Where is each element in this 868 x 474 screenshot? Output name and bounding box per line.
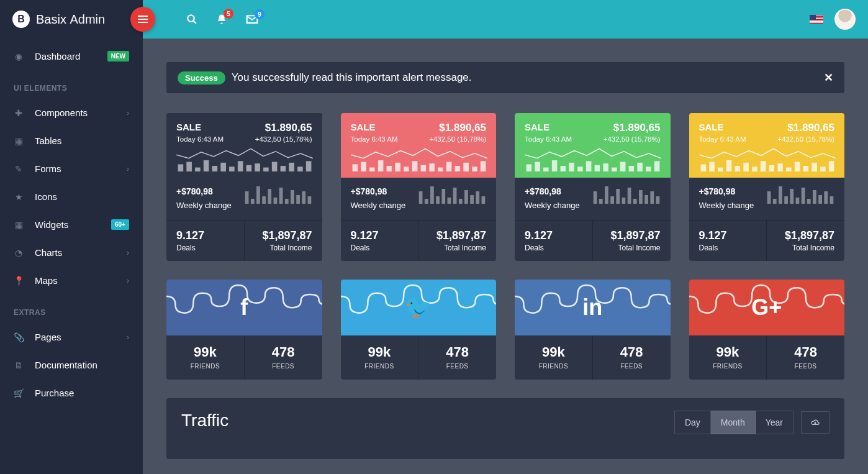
sale-time: Today 6:43 AM (699, 135, 746, 143)
sidebar-item-documentation[interactable]: 🗎 Documentation (0, 351, 143, 379)
svg-rect-102 (767, 191, 771, 204)
grid-icon: ▦ (14, 220, 24, 230)
sale-title: SALE (351, 122, 376, 132)
sidebar-item-label: Forms (35, 163, 115, 174)
badge-count: 60+ (111, 219, 129, 230)
income-label: Total Income (428, 244, 486, 252)
svg-rect-78 (616, 189, 620, 204)
svg-rect-55 (470, 195, 474, 204)
tab-year[interactable]: Year (756, 411, 793, 434)
chevron-right-icon: › (127, 248, 129, 257)
sale-card: SALE $1.890,65 Today 6:43 AM +432,50 (15… (166, 113, 322, 261)
sale-sparkline (525, 147, 661, 171)
messages-button[interactable]: 9 (246, 14, 258, 24)
sidebar-item-icons[interactable]: ★ Icons (0, 183, 143, 211)
svg-rect-6 (212, 166, 218, 171)
sidebar-item-label: Pages (35, 332, 115, 342)
svg-rect-89 (726, 160, 731, 171)
sale-card-footer: 9.127 Deals $1,897,87 Total Income (515, 221, 671, 261)
svg-rect-113 (830, 196, 834, 204)
sale-delta: +432,50 (15,78%) (777, 135, 834, 143)
sale-amount: $1.890,65 (439, 122, 486, 134)
message-count: 9 (255, 9, 264, 19)
deals-label: Deals (176, 244, 234, 252)
svg-rect-104 (779, 186, 782, 204)
svg-rect-43 (463, 163, 469, 171)
search-button[interactable] (186, 14, 197, 25)
menu-toggle-button[interactable] (130, 7, 155, 32)
svg-rect-67 (603, 163, 608, 171)
sale-title: SALE (699, 122, 724, 132)
svg-rect-92 (752, 166, 757, 171)
svg-rect-107 (796, 198, 800, 204)
deals-value: 9.127 (525, 229, 582, 242)
gauge-icon: ◉ (14, 52, 24, 62)
alert-close-button[interactable]: ✕ (824, 71, 833, 84)
svg-rect-105 (784, 196, 788, 204)
feeds-value: 478 (767, 344, 844, 360)
sidebar: B Basix Admin ◉ Dashboard NEW UI ELEMENT… (0, 0, 143, 474)
sidebar-item-purchase[interactable]: 🛒 Purchase (0, 379, 143, 407)
download-button[interactable] (801, 411, 830, 434)
linkedin-icon: in (582, 294, 602, 321)
sidebar-item-charts[interactable]: ◔ Charts › (0, 239, 143, 267)
doc-icon: 🗎 (14, 360, 24, 370)
chevron-right-icon: › (127, 109, 129, 117)
flag-us-icon[interactable] (810, 15, 823, 24)
svg-rect-101 (828, 161, 834, 171)
puzzle-icon: ✚ (14, 108, 24, 118)
feeds-value: 478 (593, 344, 671, 360)
sale-time: Today 6:43 AM (176, 135, 224, 143)
svg-rect-22 (268, 189, 271, 204)
notifications-button[interactable]: 5 (216, 14, 227, 25)
sidebar-item-tables[interactable]: ▦ Tables (0, 127, 143, 155)
sale-sparkline (699, 147, 835, 171)
svg-rect-29 (307, 196, 311, 204)
social-card-footer: 99k FRIENDS 478 FEEDS (515, 335, 671, 380)
sidebar-item-widgets[interactable]: ▦ Widgets 60+ (0, 211, 143, 239)
deals-value: 9.127 (176, 229, 234, 242)
svg-rect-75 (599, 199, 602, 204)
sidebar-section-ui: UI ELEMENTS (0, 70, 143, 99)
sidebar-item-maps[interactable]: 📍 Maps › (0, 267, 143, 294)
svg-rect-57 (482, 196, 486, 204)
svg-rect-15 (289, 163, 294, 171)
topbar: 5 9 (143, 0, 868, 39)
sale-amount: $1.890,65 (787, 122, 834, 134)
sidebar-item-components[interactable]: ✚ Components › (0, 99, 143, 127)
weekly-change-label: Weekly change (176, 200, 232, 211)
svg-rect-65 (586, 161, 592, 171)
sidebar-section-extras: EXTRAS (0, 294, 143, 323)
twitter-icon: 🐦 (404, 294, 432, 321)
svg-rect-37 (412, 161, 417, 171)
sidebar-item-pages[interactable]: 📎 Pages › (0, 323, 143, 351)
friends-value: 99k (166, 344, 244, 360)
social-card-google-plus: G+ 99k FRIENDS 478 FEEDS (689, 280, 845, 380)
user-avatar[interactable] (834, 9, 856, 30)
svg-rect-69 (620, 162, 626, 171)
svg-rect-60 (543, 168, 549, 171)
tab-day[interactable]: Day (674, 411, 711, 434)
svg-rect-68 (612, 168, 617, 171)
download-wrap (793, 411, 830, 434)
sale-card-footer: 9.127 Deals $1,897,87 Total Income (166, 221, 322, 261)
alert-text: You successfully read this important ale… (232, 71, 472, 84)
social-card-header: 🐦 (341, 280, 497, 335)
svg-rect-63 (569, 163, 574, 171)
sale-delta: +432,50 (15,78%) (429, 135, 486, 143)
sidebar-item-forms[interactable]: ✎ Forms › (0, 155, 143, 183)
sale-title: SALE (176, 122, 201, 132)
svg-rect-33 (377, 160, 383, 171)
svg-rect-5 (204, 160, 209, 171)
income-value: $1,897,87 (255, 229, 312, 242)
income-value: $1,897,87 (777, 229, 834, 242)
brand-logo[interactable]: B Basix Admin (0, 0, 143, 39)
sale-time: Today 6:43 AM (525, 135, 572, 143)
svg-rect-34 (386, 166, 392, 171)
sidebar-item-dashboard[interactable]: ◉ Dashboard NEW (0, 42, 143, 70)
weekly-change-value: +$780,98 (699, 186, 754, 196)
deals-label: Deals (699, 244, 757, 252)
svg-rect-98 (803, 166, 808, 171)
tab-month[interactable]: Month (711, 411, 756, 434)
svg-rect-49 (436, 196, 440, 204)
